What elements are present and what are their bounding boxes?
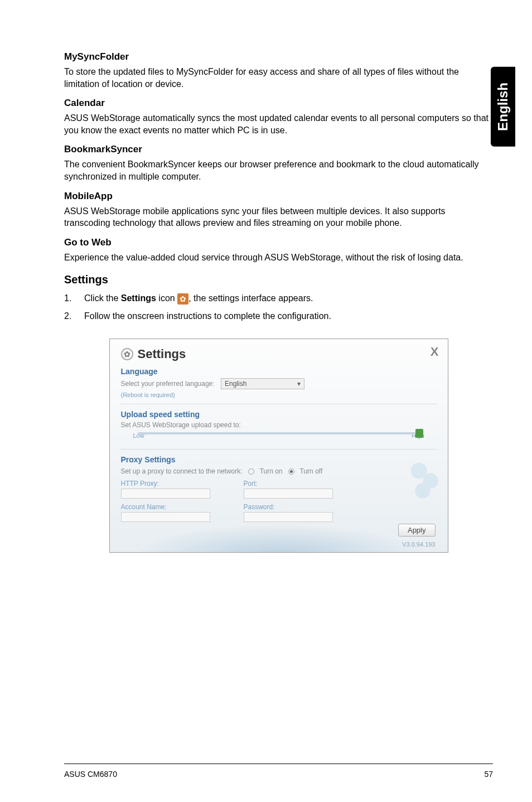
password-input[interactable] <box>244 512 333 522</box>
account-field-group: Account Name: <box>121 503 210 522</box>
step-1-bold: Settings <box>121 293 156 303</box>
version-label: V3.0.94.193 <box>402 541 435 548</box>
settings-steps: 1. Click the Settings icon ✿, the settin… <box>64 292 493 323</box>
proxy-http-row: HTTP Proxy: Port: <box>121 480 437 499</box>
bookmarksyncer-body: The convenient BookmarkSyncer keeps our … <box>64 158 493 182</box>
calendar-body: ASUS WebStorage automatically syncs the … <box>64 112 493 136</box>
step-1-text: Click the Settings icon ✿, the settings … <box>84 292 313 305</box>
language-label-text: Select your preferred language: <box>121 380 215 388</box>
close-icon[interactable]: X <box>431 345 439 359</box>
mobileapp-body: ASUS WebStorage mobile applications sync… <box>64 205 493 229</box>
step-2-text: Follow the onscreen instructions to comp… <box>84 310 331 323</box>
proxy-turn-on-radio[interactable] <box>248 468 254 475</box>
http-proxy-label: HTTP Proxy: <box>121 480 210 487</box>
settings-dialog-screenshot: X ✿ Settings Language Select your prefer… <box>109 339 448 553</box>
spacer <box>121 522 437 547</box>
upload-label: Set ASUS WebStorage upload speed to: <box>121 421 437 429</box>
language-side-tab: English <box>491 67 515 147</box>
divider <box>121 449 437 450</box>
port-field-group: Port: <box>244 480 333 499</box>
language-select[interactable]: English <box>221 378 304 389</box>
slider-knob-icon[interactable] <box>415 429 423 438</box>
calendar-heading: Calendar <box>64 98 493 109</box>
port-input[interactable] <box>244 489 333 499</box>
step-number: 2. <box>64 310 84 323</box>
step-1-post: , the settings interface appears. <box>188 293 313 303</box>
mysyncfolder-heading: MySyncFolder <box>64 51 493 62</box>
gotoweb-heading: Go to Web <box>64 237 493 248</box>
port-label: Port: <box>244 480 333 487</box>
mobileapp-heading: MobileApp <box>64 191 493 202</box>
bookmarksyncer-heading: BookmarkSyncer <box>64 144 493 155</box>
gear-icon: ✿ <box>177 293 188 305</box>
step-1: 1. Click the Settings icon ✿, the settin… <box>64 292 493 305</box>
password-field-group: Password: <box>244 503 333 522</box>
reboot-note: (Reboot is required) <box>121 392 437 398</box>
dialog-title-row: ✿ Settings <box>121 347 437 361</box>
page-footer: ASUS CM6870 57 <box>64 764 493 779</box>
footer-model: ASUS CM6870 <box>64 770 117 779</box>
language-label: Select your preferred language: English <box>121 378 437 389</box>
account-label: Account Name: <box>121 503 210 511</box>
apply-button[interactable]: Apply <box>398 524 436 537</box>
http-proxy-input[interactable] <box>121 489 210 499</box>
mysyncfolder-body: To store the updated files to MySyncFold… <box>64 66 493 90</box>
proxy-account-row: Account Name: Password: <box>121 503 437 522</box>
gear-icon: ✿ <box>121 348 133 360</box>
step-number: 1. <box>64 292 84 305</box>
proxy-turn-off-label: Turn off <box>300 467 323 475</box>
upload-section-title: Upload speed setting <box>121 410 437 419</box>
divider <box>121 404 437 404</box>
proxy-turn-on-label: Turn on <box>260 467 283 475</box>
upload-speed-slider-wrap: Low High <box>121 432 437 443</box>
dialog-title: Settings <box>138 347 186 361</box>
footer-page-number: 57 <box>484 770 493 779</box>
proxy-section-title: Proxy Settings <box>121 455 437 464</box>
step-1-icon-pre: icon <box>156 293 177 303</box>
upload-speed-slider[interactable] <box>138 432 420 434</box>
step-2: 2. Follow the onscreen instructions to c… <box>64 310 493 323</box>
gotoweb-body: Experience the value-added cloud service… <box>64 252 493 264</box>
account-input[interactable] <box>121 512 210 522</box>
language-section-title: Language <box>121 367 437 376</box>
step-1-pre: Click the <box>84 293 121 303</box>
proxy-toggle-row: Set up a proxy to connect to the network… <box>121 467 437 475</box>
settings-heading: Settings <box>64 273 493 286</box>
page-content: MySyncFolder To store the updated files … <box>0 0 532 553</box>
password-label: Password: <box>244 503 333 511</box>
proxy-label: Set up a proxy to connect to the network… <box>121 467 243 475</box>
http-proxy-field-group: HTTP Proxy: <box>121 480 210 499</box>
proxy-turn-off-radio[interactable] <box>288 468 294 475</box>
